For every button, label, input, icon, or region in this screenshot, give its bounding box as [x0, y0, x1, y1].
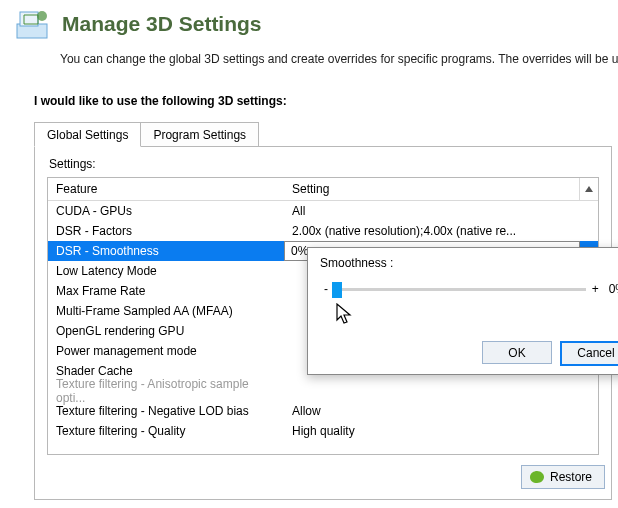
- slider-thumb[interactable]: [332, 282, 342, 298]
- nvidia-logo-icon: [530, 471, 544, 483]
- ok-button[interactable]: OK: [482, 341, 552, 364]
- table-row[interactable]: Texture filtering - QualityHigh quality: [48, 421, 598, 441]
- section-label: I would like to use the following 3D set…: [34, 94, 618, 108]
- table-row[interactable]: Texture filtering - Negative LOD biasAll…: [48, 401, 598, 421]
- scroll-up-icon[interactable]: [579, 178, 598, 200]
- intro-text: You can change the global 3D settings an…: [0, 42, 618, 66]
- slider-value: 0%: [609, 282, 618, 296]
- tab-program-settings[interactable]: Program Settings: [141, 122, 259, 147]
- cursor-icon: [336, 303, 354, 327]
- svg-point-2: [37, 11, 47, 21]
- col-header-setting[interactable]: Setting: [284, 178, 579, 200]
- dropdown-value: 0%: [291, 244, 308, 258]
- cancel-button[interactable]: Cancel: [560, 341, 618, 366]
- smoothness-popup: Smoothness : - + 0% OK Cancel: [307, 247, 618, 375]
- col-header-feature[interactable]: Feature: [48, 178, 284, 200]
- smoothness-slider[interactable]: [334, 288, 586, 291]
- table-row[interactable]: CUDA - GPUsAll: [48, 201, 598, 221]
- nvidia-cp-icon: [14, 6, 50, 42]
- slider-minus: -: [324, 282, 328, 296]
- settings-label: Settings:: [49, 157, 599, 171]
- table-row[interactable]: Texture filtering - Anisotropic sample o…: [48, 381, 598, 401]
- popup-label: Smoothness :: [320, 256, 618, 270]
- restore-button[interactable]: Restore: [521, 465, 605, 489]
- tab-global-settings[interactable]: Global Settings: [34, 122, 141, 147]
- page-title: Manage 3D Settings: [62, 12, 262, 36]
- restore-label: Restore: [550, 470, 592, 484]
- slider-plus: +: [592, 282, 599, 296]
- table-row[interactable]: DSR - Factors2.00x (native resolution);4…: [48, 221, 598, 241]
